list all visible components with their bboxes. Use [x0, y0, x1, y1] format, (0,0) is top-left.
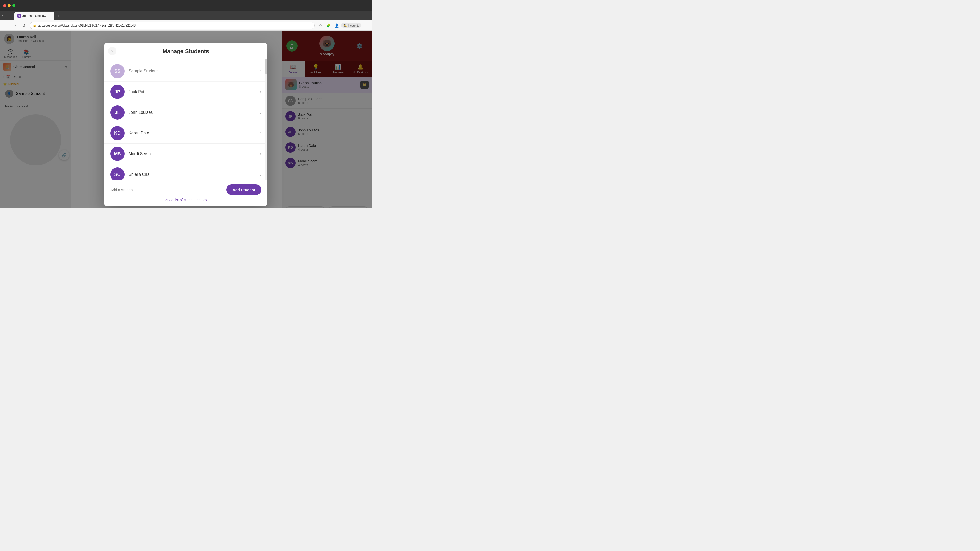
manage-students-modal: × Manage Students SS Sample Student › JP… [104, 43, 267, 206]
modal-header: × Manage Students [104, 43, 267, 59]
student-name-4: Shiella Cris [129, 172, 256, 177]
student-name-2: Karen Dale [129, 131, 256, 135]
modal-scrollbar-track [266, 59, 267, 180]
student-row-2[interactable]: KD Karen Dale › [104, 123, 267, 144]
student-name-1: John Louises [129, 110, 256, 115]
new-tab-button[interactable]: + [56, 13, 62, 19]
modal-scrollbar-thumb [266, 59, 267, 74]
nav-back-button[interactable]: ← [2, 22, 9, 29]
student-arrow-2: › [260, 131, 261, 135]
student-avatar-2: KD [110, 126, 124, 140]
student-row-4[interactable]: SC Shiella Cris › [104, 164, 267, 180]
modal-body: SS Sample Student › JP Jack Pot › JL Joh… [104, 59, 267, 180]
student-avatar-4: SC [110, 167, 124, 180]
student-name-3: Mordi Seem [129, 151, 256, 156]
student-row-0[interactable]: JP Jack Pot › [104, 82, 267, 102]
tab-back-history[interactable]: ‹ [2, 13, 7, 18]
extensions-button[interactable]: 🧩 [325, 22, 332, 29]
student-name-partial: Sample Student [129, 69, 256, 73]
address-bar[interactable]: 🔒 app.seesaw.me/#/class/class.e01bf4c2-9… [30, 22, 315, 29]
student-arrow-0: › [260, 89, 261, 94]
student-arrow-partial: › [260, 69, 261, 73]
add-student-row: Add Student [110, 184, 261, 195]
student-name-0: Jack Pot [129, 89, 256, 94]
incognito-badge: 🕵️ Incognito [341, 23, 361, 27]
modal-overlay: × Manage Students SS Sample Student › JP… [0, 30, 372, 208]
tab-close-button[interactable]: × [48, 14, 51, 17]
tab-favicon: S [18, 14, 21, 17]
student-row-1[interactable]: JL John Louises › [104, 102, 267, 123]
nav-refresh-button[interactable]: ↺ [21, 22, 27, 29]
browser-nav-icons: ☆ 🧩 👤 🕵️ Incognito ⋮ [317, 22, 369, 29]
bookmark-button[interactable]: ☆ [317, 22, 324, 29]
student-avatar-1: JL [110, 105, 124, 120]
browser-window-controls [0, 0, 372, 11]
tab-forward-history[interactable]: › [8, 13, 13, 18]
student-row-partial[interactable]: SS Sample Student › [104, 61, 267, 82]
nav-bar: ← → ↺ 🔒 app.seesaw.me/#/class/class.e01b… [0, 21, 372, 30]
add-student-button[interactable]: Add Student [226, 184, 261, 195]
student-arrow-3: › [260, 151, 261, 156]
browser-tab-bar: ‹ › S Journal - Seesaw × + [0, 11, 372, 21]
active-tab[interactable]: S Journal - Seesaw × [14, 12, 54, 20]
address-text: app.seesaw.me/#/class/class.e01bf4c2-9a2… [38, 24, 135, 27]
student-avatar-0: JP [110, 85, 124, 99]
browser-menu-button[interactable]: ⋮ [363, 22, 369, 29]
student-avatar-partial: SS [110, 64, 124, 78]
user-profile-button[interactable]: 👤 [333, 22, 340, 29]
tab-title: Journal - Seesaw [22, 14, 46, 17]
paste-names-link[interactable]: Paste list of student names [164, 198, 207, 202]
student-avatar-3: MS [110, 147, 124, 161]
student-arrow-4: › [260, 172, 261, 177]
app-container: 👩 Lauren Deli Teacher - 2 Classes 💬 Mess… [0, 30, 372, 208]
modal-title: Manage Students [110, 48, 261, 55]
modal-close-button[interactable]: × [108, 47, 116, 55]
nav-forward-button[interactable]: → [11, 22, 18, 29]
modal-footer: Add Student Paste list of student names [104, 180, 267, 206]
add-student-input[interactable] [110, 187, 223, 192]
student-row-3[interactable]: MS Mordi Seem › [104, 144, 267, 164]
student-arrow-1: › [260, 110, 261, 115]
